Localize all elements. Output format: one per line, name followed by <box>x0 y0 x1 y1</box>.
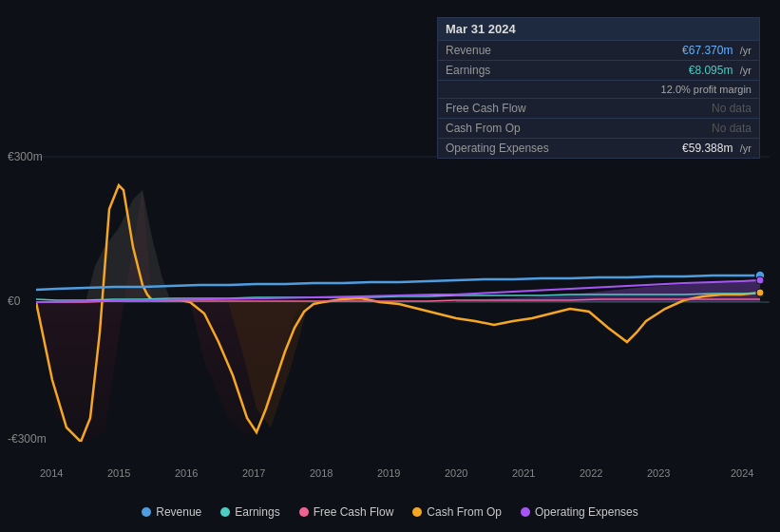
x-label-2016: 2016 <box>175 467 198 479</box>
legend-opex[interactable]: Operating Expenses <box>521 505 638 519</box>
legend-earnings-label: Earnings <box>235 505 279 519</box>
tooltip-cfo-row: Cash From Op No data <box>438 118 759 138</box>
tooltip-earnings-row: Earnings €8.095m /yr <box>438 60 759 80</box>
svg-point-7 <box>756 289 764 296</box>
y-label-mid: €0 <box>8 294 20 308</box>
x-label-2021: 2021 <box>512 467 535 479</box>
tooltip-profit-row: 12.0% profit margin <box>438 80 759 98</box>
x-label-2024: 2024 <box>731 467 753 479</box>
x-label-2020: 2020 <box>445 467 467 479</box>
tooltip-opex-row: Operating Expenses €59.388m /yr <box>438 138 759 158</box>
x-label-2018: 2018 <box>310 467 333 479</box>
tooltip-revenue-value: €67.370m /yr <box>682 44 751 57</box>
tooltip-fcf-label: Free Cash Flow <box>446 102 526 115</box>
chart-legend: Revenue Earnings Free Cash Flow Cash Fro… <box>0 505 780 519</box>
legend-revenue-label: Revenue <box>156 505 201 519</box>
legend-earnings-dot <box>220 507 230 517</box>
legend-fcf-label: Free Cash Flow <box>314 505 394 519</box>
tooltip-revenue-label: Revenue <box>446 44 491 57</box>
legend-opex-label: Operating Expenses <box>535 505 638 519</box>
tooltip-fcf-value: No data <box>712 102 751 115</box>
legend-cfo-dot <box>412 507 422 517</box>
x-label-2017: 2017 <box>242 467 265 479</box>
tooltip-revenue-row: Revenue €67.370m /yr <box>438 40 759 60</box>
svg-point-6 <box>756 276 764 284</box>
tooltip-opex-label: Operating Expenses <box>446 142 549 155</box>
legend-revenue[interactable]: Revenue <box>142 505 201 519</box>
tooltip-cfo-value: No data <box>712 122 751 135</box>
x-label-2019: 2019 <box>377 467 400 479</box>
tooltip-opex-value: €59.388m /yr <box>682 142 751 155</box>
legend-earnings[interactable]: Earnings <box>220 505 279 519</box>
legend-opex-dot <box>521 507 530 517</box>
legend-cfo[interactable]: Cash From Op <box>412 505 502 519</box>
tooltip-fcf-row: Free Cash Flow No data <box>438 98 759 118</box>
tooltip-earnings-label: Earnings <box>446 64 490 77</box>
tooltip-box: Mar 31 2024 Revenue €67.370m /yr Earning… <box>437 17 760 159</box>
tooltip-title: Mar 31 2024 <box>438 18 759 40</box>
y-label-bottom: -€300m <box>8 432 47 446</box>
legend-fcf-dot <box>299 507 309 517</box>
tooltip-cfo-label: Cash From Op <box>446 122 521 135</box>
legend-revenue-dot <box>142 507 151 517</box>
x-label-2023: 2023 <box>647 467 670 479</box>
legend-fcf[interactable]: Free Cash Flow <box>299 505 394 519</box>
tooltip-earnings-value: €8.095m /yr <box>689 64 751 77</box>
x-label-2022: 2022 <box>580 467 602 479</box>
x-label-2014: 2014 <box>40 467 63 479</box>
y-label-top: €300m <box>8 150 43 163</box>
legend-cfo-label: Cash From Op <box>427 505 502 519</box>
tooltip-profit-margin: 12.0% profit margin <box>661 84 751 95</box>
x-label-2015: 2015 <box>107 467 130 479</box>
